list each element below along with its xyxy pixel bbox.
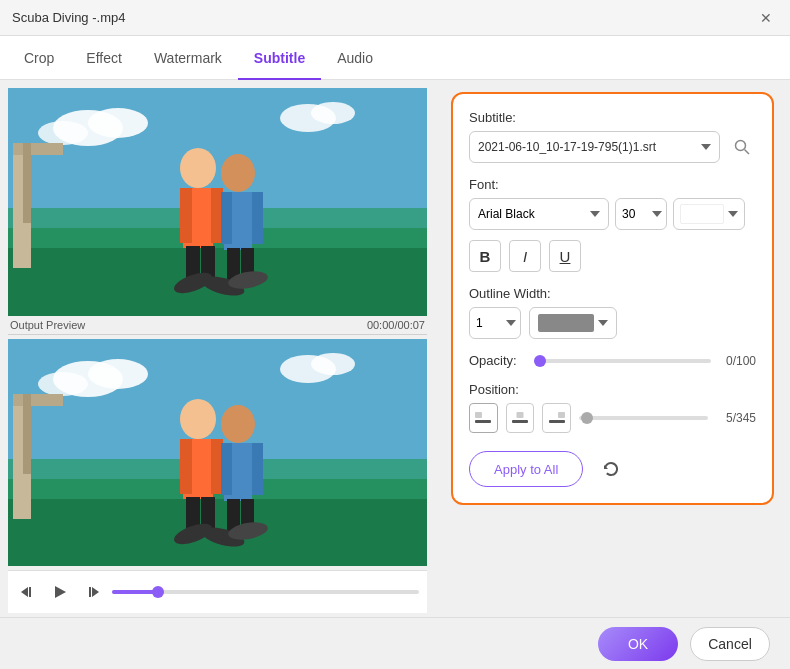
cancel-button[interactable]: Cancel xyxy=(690,627,770,661)
svg-rect-60 xyxy=(475,412,482,418)
subtitle-row: 2021-06-10_10-17-19-795(1)1.srt xyxy=(469,131,756,163)
step-back-button[interactable] xyxy=(16,580,40,604)
tab-effect[interactable]: Effect xyxy=(70,36,138,80)
svg-rect-35 xyxy=(13,394,63,406)
text-style-buttons: B I U xyxy=(469,240,756,272)
apply-to-all-button[interactable]: Apply to All xyxy=(469,451,583,487)
opacity-label: Opacity: xyxy=(469,353,524,368)
opacity-value: 0/100 xyxy=(721,354,756,368)
bold-button[interactable]: B xyxy=(469,240,501,272)
action-row: Apply to All xyxy=(469,451,756,487)
outline-color-picker[interactable] xyxy=(529,307,617,339)
position-value: 5/345 xyxy=(716,411,756,425)
reset-button[interactable] xyxy=(595,453,627,485)
svg-rect-45 xyxy=(221,443,232,495)
settings-panel: Subtitle: 2021-06-10_10-17-19-795(1)1.sr… xyxy=(435,80,790,617)
svg-point-5 xyxy=(311,102,355,124)
svg-point-11 xyxy=(180,148,216,188)
window-title: Scuba Diving -.mp4 xyxy=(12,10,125,25)
close-button[interactable]: ✕ xyxy=(754,6,778,30)
play-button[interactable] xyxy=(48,580,72,604)
svg-rect-59 xyxy=(475,420,491,423)
svg-rect-62 xyxy=(517,412,524,418)
tab-audio[interactable]: Audio xyxy=(321,36,389,80)
step-forward-button[interactable] xyxy=(80,580,104,604)
settings-box: Subtitle: 2021-06-10_10-17-19-795(1)1.sr… xyxy=(451,92,774,505)
italic-button[interactable]: I xyxy=(509,240,541,272)
svg-point-3 xyxy=(38,121,88,145)
position-slider[interactable] xyxy=(579,416,708,420)
preview-panel: Output Preview 00:00/00:07 xyxy=(0,80,435,617)
opacity-row: Opacity: 0/100 xyxy=(469,353,756,368)
svg-rect-64 xyxy=(558,412,565,418)
svg-point-31 xyxy=(311,353,355,375)
svg-marker-54 xyxy=(55,586,66,598)
svg-point-57 xyxy=(736,141,746,151)
subtitle-label: Subtitle: xyxy=(469,110,756,125)
tab-watermark[interactable]: Watermark xyxy=(138,36,238,80)
svg-marker-55 xyxy=(92,587,99,597)
subtitle-search-button[interactable] xyxy=(728,133,756,161)
video-frame-bottom xyxy=(8,339,427,567)
svg-point-37 xyxy=(180,399,216,439)
svg-rect-9 xyxy=(13,143,63,155)
svg-rect-61 xyxy=(512,420,528,423)
tab-subtitle[interactable]: Subtitle xyxy=(238,36,321,80)
ok-button[interactable]: OK xyxy=(598,627,678,661)
opacity-slider[interactable] xyxy=(534,359,711,363)
title-bar: Scuba Diving -.mp4 ✕ xyxy=(0,0,790,36)
svg-point-2 xyxy=(88,108,148,138)
svg-marker-52 xyxy=(21,587,28,597)
svg-point-28 xyxy=(88,359,148,389)
svg-rect-56 xyxy=(89,587,91,597)
progress-thumb xyxy=(152,586,164,598)
svg-rect-39 xyxy=(180,439,192,494)
outline-color-swatch xyxy=(538,314,594,332)
playback-bar xyxy=(8,570,427,613)
font-name-select[interactable]: Arial Black xyxy=(469,198,609,230)
svg-point-43 xyxy=(221,405,255,443)
position-row: 5/345 xyxy=(469,403,756,433)
outline-width-select[interactable]: 1 xyxy=(469,307,521,339)
tab-bar: Crop Effect Watermark Subtitle Audio xyxy=(0,36,790,80)
tab-crop[interactable]: Crop xyxy=(8,36,70,80)
outline-label: Outline Width: xyxy=(469,286,756,301)
position-bottom-left-button[interactable] xyxy=(469,403,498,433)
footer-bar: OK Cancel xyxy=(0,617,790,669)
progress-track[interactable] xyxy=(112,590,419,594)
output-label-bar: Output Preview 00:00/00:07 xyxy=(8,316,427,334)
font-row: Arial Black 30 xyxy=(469,198,756,230)
svg-rect-63 xyxy=(549,420,565,423)
output-label: Output Preview xyxy=(10,319,85,331)
video-frame-top xyxy=(8,88,427,316)
position-bottom-center-button[interactable] xyxy=(506,403,535,433)
svg-rect-10 xyxy=(23,143,31,223)
svg-line-58 xyxy=(745,150,750,155)
svg-rect-13 xyxy=(180,188,192,243)
svg-rect-36 xyxy=(23,394,31,474)
svg-rect-20 xyxy=(252,192,263,244)
underline-button[interactable]: U xyxy=(549,240,581,272)
font-label: Font: xyxy=(469,177,756,192)
svg-point-29 xyxy=(38,372,88,396)
position-label: Position: xyxy=(469,382,756,397)
svg-rect-53 xyxy=(29,587,31,597)
font-size-select[interactable]: 30 xyxy=(615,198,667,230)
outline-row: 1 xyxy=(469,307,756,339)
subtitle-select[interactable]: 2021-06-10_10-17-19-795(1)1.srt xyxy=(469,131,720,163)
svg-point-17 xyxy=(221,154,255,192)
svg-rect-19 xyxy=(221,192,232,244)
timestamp: 00:00/00:07 xyxy=(367,319,425,331)
svg-rect-46 xyxy=(252,443,263,495)
font-color-picker[interactable] xyxy=(673,198,745,230)
position-bottom-right-button[interactable] xyxy=(542,403,571,433)
main-content: Output Preview 00:00/00:07 xyxy=(0,80,790,617)
